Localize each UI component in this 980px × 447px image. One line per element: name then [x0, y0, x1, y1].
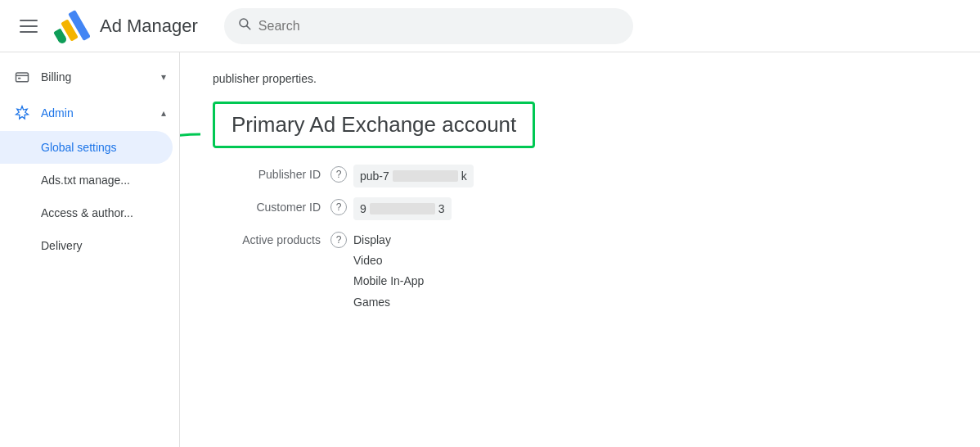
publisher-id-label: Publisher ID — [213, 165, 327, 184]
search-bar[interactable] — [224, 8, 633, 44]
search-input[interactable] — [258, 19, 620, 34]
top-text: publisher properties. — [213, 72, 947, 85]
sidebar-sub-item-global-settings[interactable]: Global settings — [0, 131, 173, 164]
content-area: publisher properties. Primary Ad Exchang… — [180, 52, 980, 447]
sidebar-billing-label: Billing — [41, 70, 151, 84]
sidebar-sub-item-delivery[interactable]: Delivery — [0, 229, 173, 262]
svg-rect-8 — [18, 78, 20, 79]
publisher-id-help-icon[interactable]: ? — [330, 166, 347, 183]
chevron-up-icon: ▴ — [161, 107, 166, 119]
publisher-id-redacted: pub-7k — [353, 165, 474, 187]
active-products-help-icon[interactable]: ? — [330, 232, 347, 248]
access-label: Access & author... — [41, 206, 133, 219]
annotation-wrapper: Primary Ad Exchange account — [213, 102, 535, 155]
sidebar-sub-item-access[interactable]: Access & author... — [0, 196, 173, 229]
search-icon — [237, 16, 252, 35]
sidebar-admin-label: Admin — [41, 106, 151, 120]
info-grid: Publisher ID ? pub-7k Customer ID ? 93 A… — [213, 165, 947, 313]
sidebar-sub-item-ads-txt[interactable]: Ads.txt manage... — [0, 164, 173, 196]
svg-rect-6 — [16, 73, 29, 82]
menu-button[interactable] — [13, 13, 44, 39]
customer-id-redacted: 93 — [353, 197, 452, 220]
app-title: Ad Manager — [100, 16, 198, 37]
logo-area: Ad Manager — [51, 7, 198, 46]
active-products-label: Active products — [213, 230, 327, 250]
product-games: Games — [353, 292, 947, 313]
global-settings-label: Global settings — [41, 141, 117, 154]
chevron-down-icon: ▾ — [161, 71, 166, 83]
annotation-arrow — [180, 126, 205, 175]
logo-icon — [51, 7, 90, 46]
product-display: Display — [353, 230, 947, 251]
customer-id-value: 93 — [353, 197, 947, 220]
active-products-list: Display Video Mobile In-App Games — [353, 230, 947, 313]
delivery-label: Delivery — [41, 239, 83, 252]
section-title: Primary Ad Exchange account — [232, 112, 516, 137]
publisher-id-value: pub-7k — [353, 165, 947, 187]
header: Ad Manager — [0, 0, 980, 52]
product-video: Video — [353, 251, 947, 271]
customer-id-help-icon[interactable]: ? — [330, 199, 347, 215]
sidebar: Billing ▾ Admin ▴ Global settings Ads.tx… — [0, 52, 180, 447]
product-mobile: Mobile In-App — [353, 271, 947, 291]
sidebar-item-admin[interactable]: Admin ▴ — [0, 95, 179, 131]
billing-icon — [13, 69, 31, 85]
ads-txt-label: Ads.txt manage... — [41, 174, 130, 187]
sidebar-item-billing[interactable]: Billing ▾ — [0, 59, 179, 95]
svg-line-5 — [246, 26, 249, 29]
main-layout: Billing ▾ Admin ▴ Global settings Ads.tx… — [0, 52, 980, 447]
svg-point-3 — [58, 35, 66, 43]
section-title-box: Primary Ad Exchange account — [213, 102, 535, 148]
admin-icon — [13, 105, 31, 121]
customer-id-label: Customer ID — [213, 197, 327, 217]
